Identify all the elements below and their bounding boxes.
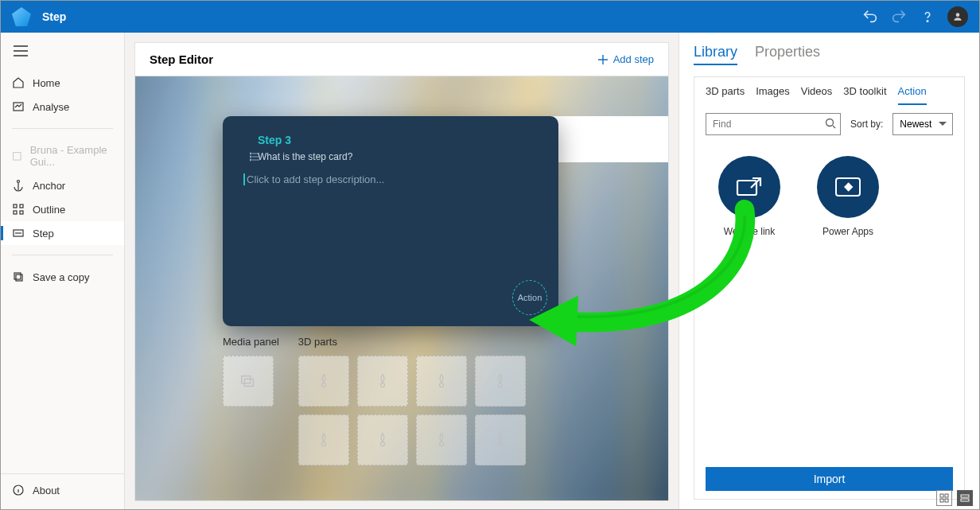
guide-icon [12, 150, 22, 162]
svg-rect-10 [14, 273, 21, 279]
step-subtitle: What is the step card? [258, 151, 538, 162]
part-slot[interactable] [357, 415, 408, 465]
sidebar-label: Step [33, 228, 54, 239]
library-panel: 3D parts Images Videos 3D toolkit Action… [694, 76, 965, 500]
library-search[interactable] [706, 113, 841, 135]
library-item-website-link[interactable]: Website link [718, 156, 780, 237]
power-apps-icon [817, 156, 879, 218]
right-panel: Library Properties 3D parts Images Video… [679, 33, 979, 510]
part-slot[interactable] [475, 415, 526, 465]
user-avatar[interactable] [947, 6, 968, 27]
view-grid-button[interactable] [936, 490, 952, 506]
step-editor-panel: Step Editor Add step [134, 42, 669, 501]
step-icon [12, 227, 25, 239]
3d-parts-label: 3D parts [298, 336, 526, 348]
media-panel-col: Media panel [223, 336, 279, 465]
sidebar-label: Outline [33, 204, 65, 216]
library-item-label: Website link [724, 226, 775, 237]
svg-point-13 [250, 153, 251, 154]
svg-rect-31 [940, 499, 943, 502]
tab-properties[interactable]: Properties [755, 44, 820, 65]
main-area: Step Editor Add step [125, 33, 679, 510]
editor-title: Step Editor [150, 53, 213, 66]
sidebar-item-outline[interactable]: Outline [1, 197, 124, 221]
library-item-power-apps[interactable]: Power Apps [817, 156, 879, 237]
svg-point-26 [826, 119, 834, 127]
sidebar-item-save-copy[interactable]: Save a copy [1, 265, 124, 289]
svg-point-20 [439, 383, 443, 387]
lib-tab-action[interactable]: Action [898, 85, 927, 105]
sort-dropdown[interactable]: Newest [892, 113, 953, 135]
part-slot[interactable] [416, 356, 467, 407]
add-step-button[interactable]: Add step [597, 53, 654, 65]
undo-icon[interactable] [861, 8, 879, 25]
anchor-icon [12, 179, 25, 192]
svg-rect-27 [737, 181, 756, 195]
svg-rect-6 [14, 211, 17, 214]
svg-point-18 [321, 383, 325, 387]
analyse-icon [12, 100, 25, 113]
svg-point-19 [380, 383, 384, 387]
svg-rect-2 [14, 103, 23, 111]
app-header: Step [1, 1, 979, 33]
svg-point-24 [439, 442, 443, 446]
svg-rect-3 [14, 152, 21, 160]
sidebar-item-guide[interactable]: Bruna - Example Gui... [1, 138, 124, 173]
sidebar-item-about[interactable]: About [1, 473, 124, 506]
media-slot[interactable] [223, 356, 274, 407]
sidebar-item-anchor[interactable]: Anchor [1, 173, 124, 197]
sidebar-item-step[interactable]: Step [1, 221, 124, 245]
search-icon [825, 118, 836, 129]
sidebar: Home Analyse Bruna - Example Gui... Anch… [1, 33, 125, 510]
help-icon[interactable] [919, 8, 936, 25]
step-card: Step 3 What is the step card? Click to a… [223, 116, 558, 326]
sidebar-label: Home [33, 77, 60, 89]
editor-canvas: Step 3 What is the step card? Click to a… [135, 76, 668, 500]
svg-rect-7 [20, 204, 23, 208]
svg-rect-8 [20, 211, 23, 214]
step-description-input[interactable]: Click to add step description... [243, 173, 538, 185]
svg-point-4 [18, 181, 20, 183]
library-item-label: Power Apps [822, 226, 873, 237]
svg-point-22 [321, 442, 325, 446]
part-slot[interactable] [298, 356, 349, 407]
header-title: Step [42, 10, 861, 23]
sidebar-label: Save a copy [33, 271, 90, 283]
part-slot[interactable] [416, 415, 467, 465]
sort-by-label: Sort by: [850, 119, 883, 130]
lib-tab-toolkit[interactable]: 3D toolkit [843, 85, 886, 105]
media-panel-label: Media panel [223, 336, 279, 348]
svg-rect-16 [242, 376, 251, 383]
part-slot[interactable] [357, 356, 408, 407]
website-link-icon [718, 156, 780, 218]
step-number: Step 3 [258, 134, 538, 146]
lib-tab-videos[interactable]: Videos [801, 85, 833, 105]
part-slot[interactable] [475, 356, 526, 407]
search-input[interactable] [706, 113, 841, 135]
view-list-button[interactable] [957, 490, 973, 506]
sidebar-item-analyse[interactable]: Analyse [1, 95, 124, 119]
add-step-label: Add step [613, 53, 654, 65]
home-icon [12, 76, 25, 89]
svg-rect-17 [244, 379, 253, 386]
sidebar-item-home[interactable]: Home [1, 71, 124, 95]
app-logo-icon [12, 7, 31, 26]
svg-rect-34 [961, 499, 969, 501]
lib-tab-images[interactable]: Images [756, 85, 790, 105]
action-slot[interactable]: Action [512, 280, 547, 315]
part-slot[interactable] [298, 415, 349, 465]
sidebar-label: About [33, 485, 60, 496]
sidebar-label: Bruna - Example Gui... [30, 144, 113, 168]
redo-icon[interactable] [890, 8, 908, 25]
hamburger-button[interactable] [1, 37, 124, 68]
lib-tab-3d-parts[interactable]: 3D parts [706, 85, 745, 105]
svg-point-1 [956, 13, 960, 17]
svg-rect-32 [945, 499, 948, 502]
svg-point-0 [927, 21, 928, 21]
tab-library[interactable]: Library [694, 44, 737, 65]
svg-rect-33 [961, 495, 969, 497]
sidebar-label: Anchor [33, 180, 65, 192]
svg-point-21 [498, 383, 502, 387]
import-button[interactable]: Import [706, 467, 953, 491]
svg-point-23 [380, 442, 384, 446]
